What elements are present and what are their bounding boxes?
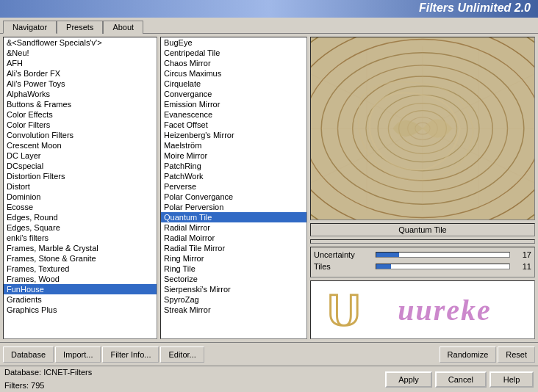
category-list-item[interactable]: Frames, Marble & Crystal: [4, 243, 157, 253]
sliders-area: Uncertainty17Tiles11: [310, 247, 535, 277]
category-list-item[interactable]: Edges, Square: [4, 222, 157, 233]
filter-list-item[interactable]: Emission Mirror: [161, 99, 306, 109]
status-info: Database: ICNET-Filters Filters: 795: [4, 366, 92, 392]
category-list-item[interactable]: DCspecial: [4, 161, 157, 171]
filter-list-item[interactable]: Convergance: [161, 89, 306, 99]
filter-list[interactable]: BugEyeCentripedal TileChaos MirrorCircus…: [160, 37, 307, 339]
filters-info: Filters: 795: [4, 380, 92, 393]
category-list[interactable]: &<Sandflower Specials'v'>&Neu!AFHAli's B…: [3, 37, 157, 339]
category-list-item[interactable]: Buttons & Frames: [4, 99, 157, 109]
apply-button[interactable]: Apply: [385, 371, 432, 388]
category-list-item[interactable]: Frames, Wood: [4, 274, 157, 284]
category-list-item[interactable]: Convolution Filters: [4, 130, 157, 140]
action-buttons: ApplyCancelHelp: [385, 371, 534, 388]
filter-list-item[interactable]: Maelström: [161, 140, 306, 150]
filter-list-item[interactable]: PatchRing: [161, 161, 306, 171]
slider-label: Uncertainty: [314, 250, 373, 259]
database-info: Database: ICNET-Filters: [4, 366, 92, 380]
category-list-item[interactable]: Dominion: [4, 192, 157, 202]
filter-name-text: Quantum Tile: [398, 225, 446, 234]
randomize-button[interactable]: Randomize: [440, 346, 497, 363]
filter-list-item[interactable]: Moire Mirror: [161, 150, 306, 161]
filter-list-item[interactable]: Chaos Mirror: [161, 58, 306, 68]
category-list-item[interactable]: Ali's Power Toys: [4, 79, 157, 89]
filter-list-item[interactable]: BugEye: [161, 37, 306, 48]
slider-value: 17: [513, 250, 531, 259]
category-list-item[interactable]: AFH: [4, 58, 157, 68]
status-bar: Database: ICNET-Filters Filters: 795 App…: [0, 366, 538, 392]
logo-text: uureke: [398, 293, 492, 327]
filter-list-item[interactable]: Sectorize: [161, 274, 306, 284]
category-list-item[interactable]: Color Filters: [4, 120, 157, 130]
slider-label: Tiles: [314, 262, 373, 271]
tab-bar: Navigator Presets About: [0, 18, 538, 34]
reset-button[interactable]: Reset: [498, 346, 535, 363]
tab-navigator[interactable]: Navigator: [3, 21, 57, 34]
category-list-item[interactable]: Ali's Border FX: [4, 68, 157, 79]
category-list-item[interactable]: Graphics Plus: [4, 305, 157, 315]
category-list-item[interactable]: &<Sandflower Specials'v'>: [4, 37, 157, 48]
cancel-button[interactable]: Cancel: [435, 371, 487, 388]
progress-bar: [310, 239, 535, 244]
category-list-item[interactable]: DC Layer: [4, 150, 157, 161]
filter-list-item[interactable]: Polar Convergance: [161, 192, 306, 202]
filter-list-item[interactable]: Heizenberg's Mirror: [161, 130, 306, 140]
slider-value: 11: [513, 262, 531, 271]
database-value: ICNET-Filters: [43, 368, 92, 377]
filter-list-item[interactable]: Polar Perversion: [161, 202, 306, 212]
filter-list-item[interactable]: Circus Maximus: [161, 68, 306, 79]
category-list-item[interactable]: Color Effects: [4, 109, 157, 120]
filter-list-item[interactable]: Sierpenski's Mirror: [161, 284, 306, 294]
editor-button[interactable]: Editor...: [160, 346, 204, 363]
category-list-item[interactable]: Crescent Moon: [4, 140, 157, 150]
slider-fill: [376, 264, 391, 269]
category-list-item[interactable]: Frames, Textured: [4, 264, 157, 274]
filter-list-item[interactable]: SpyroZag: [161, 294, 306, 305]
database-label: Database:: [4, 368, 41, 377]
title-bar: Filters Unlimited 2.0: [0, 0, 538, 18]
slider-row: Tiles11: [314, 262, 531, 271]
app-title: Filters Unlimited 2.0: [419, 1, 531, 15]
slider-track[interactable]: [376, 252, 510, 258]
filter-list-item[interactable]: Quantum Tile: [161, 212, 306, 222]
slider-row: Uncertainty17: [314, 250, 531, 259]
filter-name-display: Quantum Tile: [310, 223, 535, 236]
category-list-item[interactable]: &Neu!: [4, 48, 157, 58]
category-list-item[interactable]: Distortion Filters: [4, 171, 157, 181]
category-list-item[interactable]: enki's filters: [4, 233, 157, 243]
filter-list-item[interactable]: Facet Offset: [161, 120, 306, 130]
tab-about[interactable]: About: [103, 21, 143, 34]
tab-presets[interactable]: Presets: [57, 21, 103, 34]
bottom-toolbar: DatabaseImport...Filter Info...Editor...…: [0, 342, 538, 366]
slider-fill: [376, 253, 399, 257]
filter-list-item[interactable]: Centripedal Tile: [161, 48, 306, 58]
database-button[interactable]: Database: [3, 346, 54, 363]
category-list-item[interactable]: FunHouse: [4, 284, 157, 294]
slider-track[interactable]: [376, 264, 510, 269]
filter-list-item[interactable]: Radial Mirror: [161, 222, 306, 233]
preview-svg: [311, 37, 534, 219]
import-button[interactable]: Import...: [55, 346, 101, 363]
help-button[interactable]: Help: [489, 371, 534, 388]
filters-label: Filters:: [4, 381, 29, 390]
category-list-item[interactable]: Edges, Round: [4, 212, 157, 222]
category-list-item[interactable]: Gradients: [4, 294, 157, 305]
logo-decoration: 𝕌: [326, 285, 362, 336]
logo-preview: 𝕌 uureke: [310, 280, 535, 339]
filter-list-item[interactable]: Streak Mirror: [161, 305, 306, 315]
filter-list-item[interactable]: Ring Tile: [161, 264, 306, 274]
filter-list-item[interactable]: PatchWork: [161, 171, 306, 181]
filter-info-button[interactable]: Filter Info...: [102, 346, 159, 363]
category-list-item[interactable]: Distort: [4, 181, 157, 192]
filter-list-item[interactable]: Perverse: [161, 181, 306, 192]
filter-list-item[interactable]: Radial Moirror: [161, 233, 306, 243]
right-panel: Quantum Tile Uncertainty17Tiles11 𝕌 uure…: [310, 37, 535, 339]
category-list-item[interactable]: Ecosse: [4, 202, 157, 212]
category-list-item[interactable]: AlphaWorks: [4, 89, 157, 99]
main-content: &<Sandflower Specials'v'>&Neu!AFHAli's B…: [0, 34, 538, 342]
filter-list-item[interactable]: Cirquelate: [161, 79, 306, 89]
filter-list-item[interactable]: Ring Mirror: [161, 253, 306, 264]
filter-list-item[interactable]: Evanescence: [161, 109, 306, 120]
filter-list-item[interactable]: Radial Tile Mirror: [161, 243, 306, 253]
category-list-item[interactable]: Frames, Stone & Granite: [4, 253, 157, 264]
